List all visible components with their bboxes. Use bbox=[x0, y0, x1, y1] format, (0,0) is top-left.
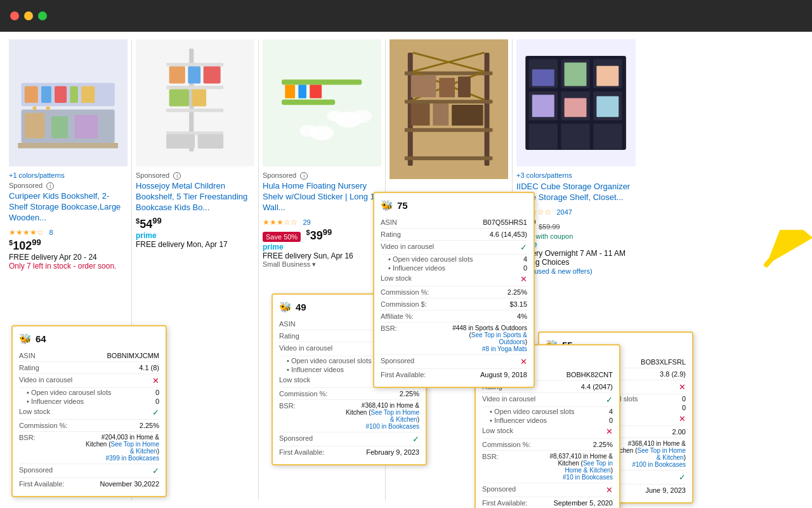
open-slots-row-75: • Open video carousel slots 4 bbox=[381, 255, 527, 264]
bsr-rank2-49[interactable]: #100 in Bookcases bbox=[365, 423, 419, 430]
svg-rect-65 bbox=[532, 95, 554, 117]
minimize-button[interactable] bbox=[24, 11, 33, 20]
colors-link-1[interactable]: +1 colors/patterns bbox=[9, 171, 128, 179]
commission-row-64: Commission %: 2.25% bbox=[19, 420, 159, 432]
info-card-64: 🐝 64 ASIN BOBNIMXJCMM Rating 4.1 (8) Vid… bbox=[11, 325, 167, 497]
rating-label-64: Rating bbox=[19, 364, 82, 371]
titlebar bbox=[0, 0, 812, 32]
bsr-row-49: BSR: #368,410 in Home & Kitchen (See Top… bbox=[279, 400, 419, 432]
maximize-button[interactable] bbox=[38, 11, 47, 20]
svg-rect-16 bbox=[166, 109, 223, 112]
sponsored-label-card-64: Sponsored bbox=[19, 466, 152, 474]
bsr-row-75: BSR: #448 in Sports & Outdoors (See Top … bbox=[381, 323, 527, 355]
bsr-row-66: BSR: #8,637,410 in Home & Kitchen (See T… bbox=[482, 451, 613, 483]
svg-rect-47 bbox=[458, 77, 471, 98]
first-avail-label-64: First Available: bbox=[19, 480, 82, 488]
svg-rect-62 bbox=[532, 69, 554, 86]
product-title-2[interactable]: Hossejoy Metal Children Bookshelf, 5 Tie… bbox=[136, 181, 254, 213]
svg-rect-24 bbox=[198, 135, 224, 149]
asin-row-75: ASIN B07Q55HRS1 bbox=[381, 217, 527, 229]
bsr-rank2-75[interactable]: #8 in Yoga Mats bbox=[482, 345, 527, 352]
sponsored-label-3: Sponsored i bbox=[263, 171, 381, 180]
svg-rect-3 bbox=[41, 86, 51, 103]
commission-value-64: 2.25% bbox=[82, 422, 159, 429]
card-64-header: 🐝 64 bbox=[19, 333, 159, 345]
svg-rect-4 bbox=[55, 86, 67, 103]
influencer-label-64: • Influencer videos bbox=[27, 398, 84, 405]
svg-point-32 bbox=[327, 111, 343, 122]
score-49: 49 bbox=[296, 302, 306, 312]
svg-rect-23 bbox=[166, 135, 195, 149]
bsr-link1-49[interactable]: See Top in Home & Kitchen bbox=[370, 409, 419, 423]
svg-rect-26 bbox=[282, 100, 335, 105]
bsr-link1-64[interactable]: See Top in Home & Kitchen bbox=[110, 441, 159, 455]
lowstock-value-64: ✓ bbox=[152, 408, 159, 417]
svg-rect-18 bbox=[169, 66, 185, 83]
svg-rect-64 bbox=[597, 66, 619, 86]
product-image-3 bbox=[263, 39, 381, 166]
svg-rect-20 bbox=[204, 66, 221, 83]
svg-rect-12 bbox=[18, 143, 119, 148]
svg-rect-25 bbox=[282, 79, 362, 84]
svg-rect-60 bbox=[561, 124, 590, 149]
lowstock-row-64: Low stock ✓ bbox=[19, 406, 159, 420]
bsr-rank2-66[interactable]: #10 in Bookcases bbox=[563, 474, 613, 481]
svg-rect-6 bbox=[82, 86, 95, 103]
video-label-64: Video in carousel bbox=[19, 376, 152, 384]
info-card-75: 🐝 75 ASIN B07Q55HRS1 Rating 4.6 (14,453)… bbox=[373, 192, 535, 388]
svg-point-11 bbox=[46, 106, 50, 110]
commission-label-64: Commission %: bbox=[19, 422, 82, 429]
rating-row-75: Rating 4.6 (14,453) bbox=[381, 229, 527, 241]
svg-rect-67 bbox=[597, 96, 619, 117]
bee-icon-64: 🐝 bbox=[19, 333, 32, 345]
svg-rect-39 bbox=[405, 128, 493, 132]
sponsored-info-icon-2[interactable]: i bbox=[173, 172, 181, 180]
bsr-link1-55[interactable]: See Top in Home & Kitchen bbox=[637, 447, 686, 461]
product-image-4 bbox=[390, 39, 508, 179]
sponsored-row-64: Sponsored ✓ bbox=[19, 464, 159, 478]
price-2: $5499 bbox=[136, 216, 254, 231]
sponsored-info-icon-3[interactable]: i bbox=[300, 172, 308, 180]
svg-rect-29 bbox=[310, 85, 322, 98]
close-button[interactable] bbox=[10, 11, 19, 20]
product-image-2 bbox=[136, 39, 254, 166]
bsr-rank2-64[interactable]: #399 in Bookcases bbox=[105, 455, 159, 462]
svg-rect-66 bbox=[565, 98, 587, 117]
affiliate-row-75: Affiliate %: 4% bbox=[381, 311, 527, 323]
svg-rect-28 bbox=[299, 85, 307, 98]
svg-rect-15 bbox=[166, 86, 223, 89]
price-1: $10299 bbox=[9, 237, 128, 253]
svg-rect-59 bbox=[529, 124, 558, 149]
product-title-1[interactable]: Curipeer Kids Bookshelf, 2-Shelf Storage… bbox=[9, 191, 128, 224]
svg-rect-49 bbox=[433, 104, 449, 126]
video-row-66: Video in carousel ✓ bbox=[482, 393, 613, 407]
delivery-1: FREE delivery Apr 20 - 24 bbox=[9, 253, 128, 262]
svg-rect-63 bbox=[565, 63, 587, 86]
colors-link-5[interactable]: +3 colors/patterns bbox=[516, 171, 636, 179]
influencer-row-64: • Influencer videos 0 bbox=[19, 397, 159, 406]
commission-dollars-row-75: Commission $: $3.15 bbox=[381, 298, 527, 311]
svg-rect-22 bbox=[192, 89, 207, 106]
lowstock-row-66: Low stock ✕ bbox=[482, 425, 613, 439]
asin-row-64: ASIN BOBNIMXJCMM bbox=[19, 350, 159, 362]
video-row-64: Video in carousel ✕ bbox=[19, 374, 159, 388]
bsr-link1-75[interactable]: See Top in Sports & Outdoors bbox=[471, 331, 527, 345]
score-64: 64 bbox=[36, 333, 46, 344]
product-title-3[interactable]: Hula Home Floating Nursery Shelv w/Cloud… bbox=[263, 181, 381, 213]
bsr-row-64: BSR: #204,003 in Home & Kitchen (See Top… bbox=[19, 432, 159, 464]
commission-row-49: Commission %: 2.25% bbox=[279, 388, 419, 400]
influencer-row-75: • Influencer videos 0 bbox=[381, 264, 527, 272]
svg-rect-27 bbox=[285, 85, 296, 98]
svg-rect-48 bbox=[411, 104, 430, 126]
delivery-3: FREE delivery Sun, Apr 16 bbox=[263, 251, 381, 260]
review-count-1[interactable]: 8 bbox=[49, 229, 53, 236]
influencer-row-66: • Influencer videos 0 bbox=[482, 416, 613, 425]
video-value-64: ✕ bbox=[152, 376, 159, 385]
lowstock-row-75: Low stock ✕ bbox=[381, 272, 527, 286]
rating-value-64: 4.1 (8) bbox=[82, 364, 159, 371]
sponsored-info-icon-1[interactable]: i bbox=[46, 182, 54, 190]
first-avail-row-49: First Available: February 9, 2023 bbox=[279, 446, 419, 458]
asin-value-64: BOBNIMXJCMM bbox=[82, 352, 159, 359]
svg-rect-61 bbox=[593, 124, 622, 149]
bsr-rank2-55[interactable]: #100 in Bookcases bbox=[632, 461, 686, 468]
